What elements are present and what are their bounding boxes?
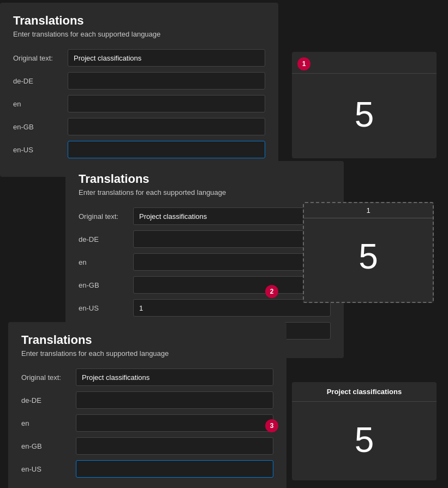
panel1-enus-input[interactable] [68, 141, 265, 158]
panel1-en-row: en [13, 95, 265, 112]
panel3-enus-label: en-US [21, 465, 76, 473]
panel3-enus-row: en-US [21, 460, 273, 478]
panel1-enus-row: en-US [13, 141, 265, 158]
panel2-de-row: de-DE [79, 230, 331, 248]
translations-panel-3: Translations Enter translations for each… [8, 322, 286, 488]
preview1-number: 5 [292, 74, 437, 156]
translations-panel-1: Translations Enter translations for each… [0, 3, 278, 177]
panel3-de-row: de-DE [21, 391, 273, 409]
panel1-engb-input[interactable] [68, 118, 265, 135]
panel3-original-value: Project classifications [76, 368, 273, 386]
panel1-original-label: Original text: [13, 54, 68, 62]
panel2-en-row: en [79, 253, 331, 271]
step-badge-2: 2 [265, 285, 278, 298]
preview3-number: 5 [292, 402, 437, 478]
preview2-top: 1 [304, 203, 433, 218]
panel3-en-label: en [21, 419, 76, 427]
panel1-original-value: Project classifications [68, 49, 265, 67]
panel3-engb-label: en-GB [21, 442, 76, 450]
panel1-de-row: de-DE [13, 72, 265, 90]
panel2-engb-label: en-GB [79, 281, 133, 289]
panel1-de-label: de-DE [13, 77, 68, 85]
panel3-original-text-row: Original text: Project classifications [21, 368, 273, 386]
panel1-title: Translations [13, 14, 265, 28]
preview-card-3: Project classifications 5 [292, 382, 437, 480]
panel3-engb-row: en-GB [21, 437, 273, 455]
panel1-en-label: en [13, 100, 68, 108]
panel2-enus-input[interactable] [133, 299, 331, 317]
preview-card-2: 1 5 [303, 202, 434, 303]
panel2-de-input[interactable] [133, 230, 331, 248]
panel2-de-label: de-DE [79, 235, 133, 243]
panel2-original-value: Project classifications [133, 207, 331, 225]
panel3-en-row: en [21, 414, 273, 432]
panel1-subtitle: Enter translations for each supported la… [13, 30, 265, 38]
preview2-number: 5 [304, 218, 433, 295]
panel2-engb-input[interactable] [133, 276, 331, 294]
step-badge-3: 3 [265, 419, 278, 432]
panel2-enus-row: en-US [79, 299, 331, 317]
panel2-title: Translations [79, 172, 331, 186]
preview1-top [292, 52, 437, 74]
panel1-engb-label: en-GB [13, 123, 68, 131]
preview-card-1: 5 [292, 52, 437, 158]
panel1-en-input[interactable] [68, 95, 265, 112]
panel3-engb-input[interactable] [76, 437, 273, 455]
panel3-en-input[interactable] [76, 414, 273, 432]
panel2-subtitle: Enter translations for each supported la… [79, 188, 331, 197]
panel2-engb-row: en-GB [79, 276, 331, 294]
panel2-original-text-row: Original text: Project classifications [79, 207, 331, 225]
panel2-original-label: Original text: [79, 212, 133, 221]
step-badge-1: 1 [297, 57, 310, 70]
panel2-en-input[interactable] [133, 253, 331, 271]
preview3-top: Project classifications [292, 382, 437, 402]
panel1-engb-row: en-GB [13, 118, 265, 135]
panel1-de-input[interactable] [68, 72, 265, 90]
panel3-enus-input[interactable] [76, 460, 273, 478]
panel1-enus-label: en-US [13, 146, 68, 154]
panel3-original-label: Original text: [21, 373, 76, 382]
panel2-en-label: en [79, 258, 133, 266]
panel3-de-input[interactable] [76, 391, 273, 409]
panel2-enus-label: en-US [79, 304, 133, 312]
panel3-subtitle: Enter translations for each supported la… [21, 349, 273, 358]
panel1-original-text-row: Original text: Project classifications [13, 49, 265, 67]
panel3-de-label: de-DE [21, 396, 76, 404]
panel3-title: Translations [21, 333, 273, 347]
